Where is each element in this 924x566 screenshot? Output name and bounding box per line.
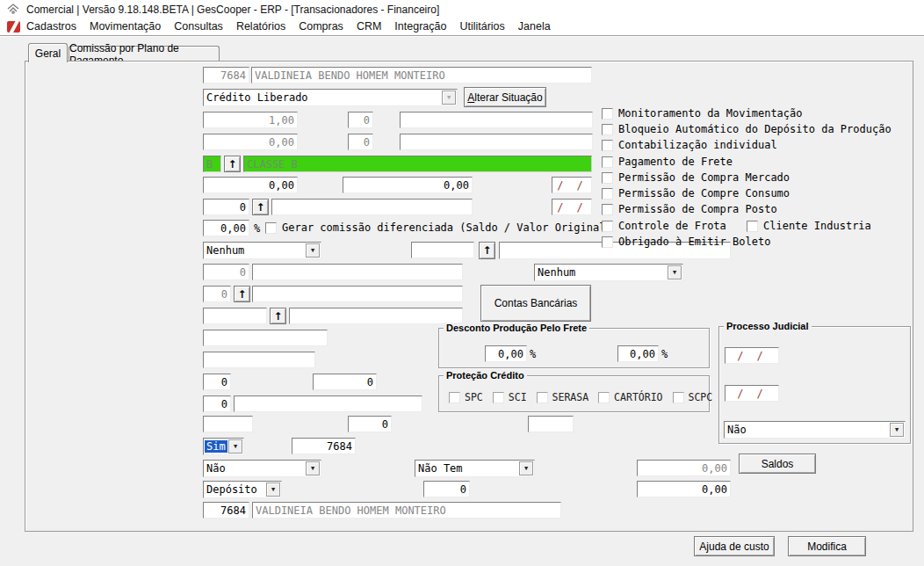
chevron-down-icon[interactable]: ▼ [266, 483, 280, 497]
limite-geral-field: 0,00 [637, 460, 731, 476]
checkbox[interactable] [602, 124, 613, 135]
chevron-down-icon[interactable]: ▼ [890, 423, 904, 437]
cartao-consumidor-combobox[interactable]: Sim ▼ [203, 438, 244, 455]
checkbox[interactable] [602, 188, 613, 200]
menu-consultas[interactable]: Consultas [174, 20, 223, 33]
checkbox[interactable] [602, 156, 613, 168]
cod-id-operacoes-field[interactable] [203, 352, 315, 368]
mensalidade-field[interactable]: 0,00 [203, 177, 298, 193]
chevron-down-icon[interactable]: ▼ [306, 243, 320, 258]
banco-lookup-button[interactable]: ↑ [234, 286, 250, 302]
checkbox[interactable] [747, 221, 758, 232]
window-title: Comercial | Versão 9.18.148.BETA | GesCo… [26, 4, 439, 16]
centro-custo-field[interactable]: 0 [203, 374, 231, 390]
convenio-varejo-combobox[interactable]: Não ▼ [203, 460, 321, 477]
banco-boleto-field[interactable]: 0 [203, 395, 231, 412]
checkbox[interactable] [449, 392, 460, 403]
senha-crediario-field[interactable] [528, 416, 574, 432]
comissao-vendas-field[interactable]: 0,00 [203, 220, 249, 236]
checkbox[interactable] [265, 222, 277, 234]
execucao-combobox[interactable]: Não ▼ [724, 421, 906, 439]
dias-vencimento-field[interactable]: 0 [348, 416, 392, 432]
numero-cartao-field[interactable]: 7684 [292, 438, 356, 454]
checkbox[interactable] [537, 392, 548, 403]
flag-contabilizacao-individual: Contabilização individual [602, 139, 777, 151]
data-saida-field[interactable]: / / [725, 385, 779, 402]
sigacred-field[interactable] [203, 416, 253, 432]
banco-desc-field[interactable] [252, 286, 463, 302]
checkbox[interactable] [602, 236, 613, 248]
conta-field[interactable] [203, 330, 328, 346]
checkbox[interactable] [602, 204, 613, 215]
tipo-cobranca-combobox[interactable]: Depósito ▼ [203, 481, 282, 498]
ajuda-de-custo-button[interactable]: Ajuda de custo [694, 536, 775, 556]
banco-field[interactable]: 0 [203, 286, 231, 302]
flag-controle-frota: Controle de Frota [602, 220, 726, 232]
renda-field[interactable]: 0,00 [343, 177, 473, 193]
data-entrada-field[interactable]: / / [725, 347, 779, 364]
chevron-down-icon: ▼ [442, 91, 456, 105]
checkbox[interactable] [598, 392, 610, 403]
conta-financeira-lookup-button[interactable]: ↑ [479, 242, 495, 259]
emitente-field[interactable]: 0,00 [485, 345, 527, 362]
menu-movimentacao[interactable]: Movimentação [90, 20, 161, 33]
checkbox[interactable] [602, 140, 613, 151]
indicador-cheques-desc-field[interactable] [400, 134, 593, 150]
classificacao-desc-field: CLASSE B [243, 156, 592, 172]
flag-pagamento-frete: Pagamento de Frete [602, 156, 733, 168]
fiador-name-field: VALDINEIA BENDO HOMEM MONTEIRO [252, 502, 561, 519]
menu-integracao[interactable]: Integração [394, 20, 446, 33]
menu-janela[interactable]: Janela [518, 20, 551, 33]
menu-crm[interactable]: CRM [357, 20, 381, 33]
ult-alt-renda-field[interactable]: / / [552, 177, 592, 193]
flag-permissao-compre-consumo: Permissão de Compre Consumo [602, 187, 790, 200]
alterar-situacao-button[interactable]: Alterar Situação [464, 87, 546, 107]
agencia-desc-field[interactable] [289, 308, 463, 324]
chevron-down-icon[interactable]: ▼ [228, 439, 242, 454]
forma-pagamento-field[interactable]: 0 [203, 264, 249, 280]
acerto-frete-combobox[interactable]: Nenhum ▼ [534, 264, 683, 281]
tab-comissao-plano-pagamento[interactable]: Comissão por Plano de Pagamento [69, 46, 220, 62]
limite-mensal-field[interactable]: 0,00 [637, 481, 731, 497]
flag-gerar-comissao-diferenciada: Gerar comissão diferenciada (Saldo / Val… [265, 221, 612, 234]
tab-geral[interactable]: Geral [28, 43, 68, 62]
agencia-lookup-button[interactable]: ↑ [270, 308, 286, 324]
codigo-convenio-field[interactable]: 0 [203, 199, 249, 215]
modifica-button[interactable]: Modifica [788, 536, 866, 556]
classificacao-code-field[interactable]: B [203, 156, 221, 172]
flag-cartorio: CARTÓRIO [598, 391, 662, 403]
banco-boleto-desc-field[interactable] [234, 395, 422, 412]
percent-label: % [254, 222, 260, 235]
chevron-down-icon[interactable]: ▼ [519, 461, 533, 475]
menu-utilitarios[interactable]: Utilitários [459, 20, 504, 33]
checkbox[interactable] [673, 392, 684, 403]
checkbox[interactable] [602, 172, 613, 184]
cod-integracao-field[interactable]: 0 [313, 374, 377, 390]
destinatario-field[interactable]: 0,00 [617, 345, 659, 362]
checkbox[interactable] [602, 108, 613, 120]
indicador-crediario-desc-field[interactable] [400, 112, 593, 128]
classificacao-lookup-button[interactable]: ↑ [224, 156, 241, 172]
chevron-down-icon[interactable]: ▼ [668, 265, 682, 279]
contas-bancarias-button[interactable]: Contas Bancárias [480, 285, 591, 322]
menu-cadastros[interactable]: Cadastros [26, 20, 76, 33]
chevron-down-icon[interactable]: ▼ [306, 461, 320, 475]
forma-pagamento-desc-field[interactable] [252, 264, 463, 280]
situacao-credito-combobox: Crédito Liberado ▼ [203, 89, 458, 106]
checkbox[interactable] [602, 221, 613, 232]
convenio-desc-field[interactable] [271, 199, 473, 215]
flag-permissao-compra-mercado: Permissão de Compra Mercado [602, 171, 790, 184]
forma-recebimento-combobox[interactable]: Nenhum ▼ [203, 242, 321, 259]
saldos-button[interactable]: Saldos [739, 454, 816, 474]
agencia-field[interactable] [203, 308, 267, 324]
desconto-boleto-field[interactable]: 0 [423, 481, 470, 497]
ult-revisao-field[interactable]: / / [552, 199, 592, 215]
obs-financeira-combobox[interactable]: Não Tem ▼ [415, 460, 535, 477]
convenio-lookup-button[interactable]: ↑ [252, 199, 269, 215]
conta-financeira-field[interactable] [411, 242, 474, 258]
checkbox[interactable] [493, 392, 504, 403]
menu-compras[interactable]: Compras [299, 20, 343, 33]
fiador-code-field[interactable]: 7684 [203, 502, 249, 519]
menu-relatorios[interactable]: Relatórios [236, 20, 285, 33]
app-icon [7, 4, 20, 16]
